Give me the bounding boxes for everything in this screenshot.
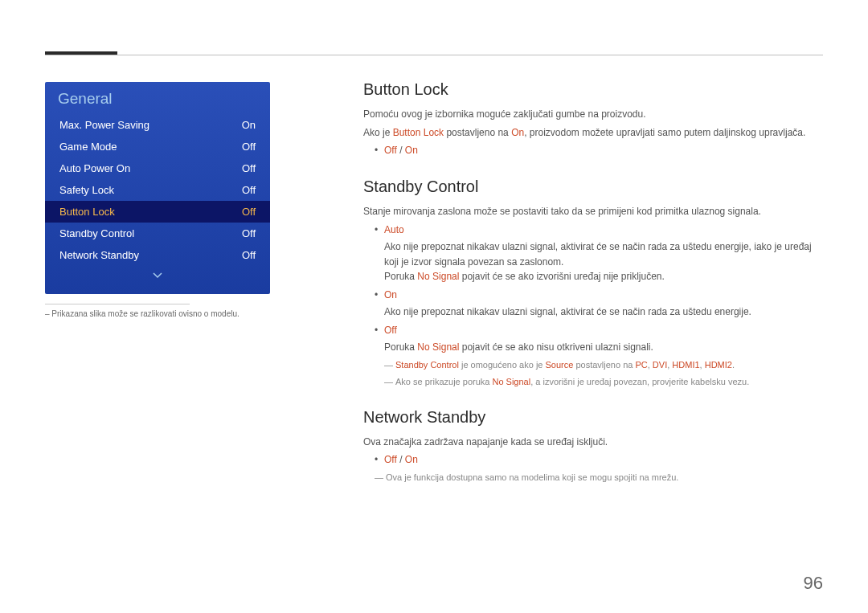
dash-note: Standby Control je omogućeno ako je Sour…	[384, 358, 823, 372]
menu-item-button-lock[interactable]: Button Lock Off	[45, 201, 270, 223]
menu-item-label: Max. Power Saving	[59, 119, 149, 131]
chevron-down-icon[interactable]	[45, 266, 270, 281]
section-heading-network-standby: Network Standby	[363, 408, 823, 427]
menu-item-max-power-saving[interactable]: Max. Power Saving On	[45, 114, 270, 136]
body-text: Ova značajka zadržava napajanje kada se …	[363, 435, 823, 450]
option-on: On	[375, 288, 823, 303]
sub-text: Ako nije prepoznat nikakav ulazni signal…	[384, 239, 823, 269]
option-off-on: Off / On	[375, 143, 823, 158]
page-number: 96	[804, 573, 823, 594]
section-heading-standby-control: Standby Control	[363, 178, 823, 196]
menu-item-value: Off	[242, 227, 256, 239]
menu-item-value: Off	[242, 184, 256, 196]
option-auto: Auto	[375, 223, 823, 238]
menu-item-label: Button Lock	[59, 206, 115, 218]
option-off-on: Off / On	[375, 452, 823, 468]
menu-item-label: Network Standby	[59, 249, 139, 261]
sub-text: Poruka No Signal pojavit će se ako nisu …	[384, 340, 823, 355]
menu-item-game-mode[interactable]: Game Mode Off	[45, 136, 270, 157]
sub-text: Ako nije prepoznat nikakav ulazni signal…	[384, 304, 823, 320]
menu-item-label: Standby Control	[59, 227, 134, 239]
menu-item-label: Safety Lock	[59, 184, 114, 196]
dash-note: Ova je funkcija dostupna samo na modelim…	[375, 471, 823, 484]
menu-item-auto-power-on[interactable]: Auto Power On Off	[45, 157, 270, 179]
panel-footnote: – Prikazana slika može se razlikovati ov…	[45, 304, 270, 318]
menu-item-safety-lock[interactable]: Safety Lock Off	[45, 179, 270, 201]
sub-text: Poruka No Signal pojavit će se ako izvor…	[384, 269, 823, 284]
settings-menu-panel: General Max. Power Saving On Game Mode O…	[45, 82, 270, 294]
section-heading-button-lock: Button Lock	[363, 80, 823, 99]
main-content: Button Lock Pomoću ovog je izbornika mog…	[363, 80, 823, 484]
dash-note: Ako se prikazuje poruka No Signal, a izv…	[384, 375, 823, 389]
body-text: Pomoću ovog je izbornika moguće zaključa…	[363, 107, 823, 122]
menu-item-value: Off	[242, 141, 256, 153]
menu-item-network-standby[interactable]: Network Standby Off	[45, 244, 270, 266]
menu-title: General	[45, 82, 270, 114]
header-rule-thick	[45, 51, 117, 55]
menu-item-label: Game Mode	[59, 141, 117, 153]
menu-item-value: Off	[242, 206, 256, 218]
body-text: Ako je Button Lock postavljeno na On, pr…	[363, 125, 823, 141]
menu-item-value: On	[242, 119, 256, 131]
menu-item-standby-control[interactable]: Standby Control Off	[45, 223, 270, 244]
menu-item-value: Off	[242, 249, 256, 261]
menu-item-value: Off	[242, 162, 256, 174]
header-rule	[45, 55, 823, 55]
body-text: Stanje mirovanja zaslona može se postavi…	[363, 204, 823, 219]
option-off: Off	[375, 323, 823, 338]
menu-item-label: Auto Power On	[59, 162, 130, 174]
